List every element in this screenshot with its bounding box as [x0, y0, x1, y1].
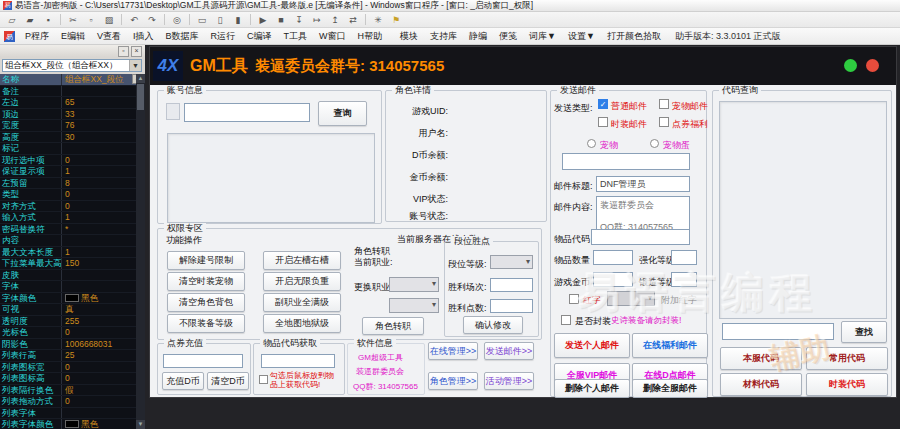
seal-checkbox[interactable]	[561, 315, 571, 325]
swap-icon[interactable]: ⇄	[345, 12, 361, 27]
split-window-icon[interactable]: ▯	[212, 12, 228, 27]
property-value[interactable]	[62, 235, 145, 246]
property-value[interactable]	[62, 281, 145, 292]
property-value[interactable]: 65	[62, 97, 145, 108]
property-row-17[interactable]: 皮肤	[0, 270, 145, 282]
recharge-dbi-button[interactable]: 充值D币	[162, 372, 204, 390]
red-word-select[interactable]	[607, 291, 655, 306]
menu-item-3[interactable]: I插入	[127, 28, 160, 45]
property-grid-scrollbar[interactable]: ▲ ▼	[136, 74, 145, 429]
cut-icon[interactable]: ✂	[65, 12, 81, 27]
property-value[interactable]: 30	[62, 132, 145, 143]
code-button-0[interactable]: 本服代码	[720, 347, 802, 370]
code-search-input[interactable]	[722, 323, 834, 340]
item-code-get-input[interactable]	[261, 354, 335, 368]
property-value[interactable]: 假	[62, 385, 145, 396]
close-icon[interactable]: ×	[131, 46, 142, 57]
recharge-input[interactable]	[163, 354, 243, 368]
account-input[interactable]	[184, 103, 310, 122]
manage-button-1[interactable]: 发送邮件>>	[484, 342, 534, 360]
code-find-button[interactable]: 查找	[841, 321, 887, 343]
func-button-4[interactable]: 清空角色背包	[167, 293, 245, 312]
code-list-box[interactable]	[719, 101, 887, 319]
property-row-29[interactable]: 列表字体	[0, 408, 145, 420]
run-icon[interactable]: ▶	[255, 12, 271, 27]
func-button-5[interactable]: 副职业全满级	[263, 293, 341, 312]
redo-icon[interactable]: ↷	[144, 12, 160, 27]
clear-dbi-button[interactable]: 清空D币	[207, 372, 249, 390]
func-button-6[interactable]: 不限装备等级	[167, 314, 245, 333]
property-value[interactable]	[62, 408, 145, 419]
code-button-1[interactable]: 常用代码	[806, 347, 888, 370]
property-value[interactable]: 真	[62, 304, 145, 315]
scrollbar-thumb[interactable]	[137, 84, 144, 110]
window-icon[interactable]: ▭	[194, 12, 210, 27]
save-icon[interactable]: ▪	[40, 12, 56, 27]
property-row-18[interactable]: 字体	[0, 281, 145, 293]
property-value[interactable]: 0	[62, 155, 145, 166]
property-value[interactable]	[62, 86, 145, 97]
mail-target-input[interactable]	[562, 153, 690, 170]
property-row-24[interactable]: 列表行高25	[0, 350, 145, 362]
enhance-input[interactable]	[671, 250, 697, 265]
property-grid[interactable]: 名称组合框XX_段位‥备注左边65顶边33宽度76高度30标记现行选中项0保证显…	[0, 74, 145, 429]
job-select-1[interactable]	[389, 277, 439, 292]
property-row-9[interactable]: 左预留8	[0, 178, 145, 190]
property-row-3[interactable]: 顶边33	[0, 109, 145, 121]
mail-type-checkbox-1[interactable]	[659, 99, 669, 109]
mail-button-1[interactable]: 在线福利邮件	[632, 333, 708, 358]
form-designer-icon[interactable]: ▮	[230, 12, 246, 27]
menu-extra-4[interactable]: 词库▼	[523, 28, 562, 45]
property-value[interactable]: 25	[62, 350, 145, 361]
scroll-down-icon[interactable]: ▼	[136, 420, 145, 429]
item-qty-input[interactable]	[593, 250, 633, 265]
property-row-19[interactable]: 字体颜色黑色	[0, 293, 145, 305]
func-button-7[interactable]: 全地图地狱级	[263, 314, 341, 333]
property-row-15[interactable]: 最大文本长度1	[0, 247, 145, 259]
property-row-0[interactable]: 名称组合框XX_段位‥	[0, 74, 145, 86]
points-input[interactable]	[490, 299, 533, 313]
property-row-7[interactable]: 现行选中项0	[0, 155, 145, 167]
mail-type-checkbox-3[interactable]	[659, 117, 669, 127]
property-value[interactable]: 76	[62, 120, 145, 131]
step-over-icon[interactable]: ↦	[309, 12, 325, 27]
menu-item-7[interactable]: T工具	[278, 28, 314, 45]
property-row-5[interactable]: 高度30	[0, 132, 145, 144]
property-value[interactable]: 150	[62, 258, 145, 269]
mail-type-checkbox-2[interactable]	[598, 117, 608, 127]
hand-icon[interactable]: ✳	[370, 12, 386, 27]
account-list-box[interactable]	[167, 133, 375, 223]
property-value[interactable]	[62, 143, 145, 154]
property-value[interactable]: 0	[62, 327, 145, 338]
menu-item-6[interactable]: C编译	[241, 28, 278, 45]
paste-icon[interactable]: ▨	[101, 12, 117, 27]
property-value[interactable]: *	[62, 224, 145, 235]
property-row-1[interactable]: 备注	[0, 86, 145, 98]
red-word-checkbox[interactable]	[569, 294, 579, 304]
hover-get-checkbox[interactable]	[259, 375, 268, 384]
menu-item-0[interactable]: P程序	[19, 28, 55, 45]
property-value[interactable]: 0	[62, 189, 145, 200]
mail-button-0[interactable]: 发送个人邮件	[554, 333, 630, 358]
menu-item-2[interactable]: V查看	[91, 28, 127, 45]
mail-button-5[interactable]: 删除全服邮件	[632, 379, 708, 398]
property-row-21[interactable]: 透明度255	[0, 316, 145, 328]
forge-input[interactable]	[671, 272, 697, 287]
step-into-icon[interactable]: ↧	[291, 12, 307, 27]
rank-level-select[interactable]	[490, 255, 533, 269]
property-value[interactable]: 1	[62, 166, 145, 177]
property-row-13[interactable]: 密码替换符*	[0, 224, 145, 236]
mail-title-input[interactable]: DNF管理员	[596, 176, 690, 192]
pet-egg-radio[interactable]	[650, 139, 659, 148]
property-row-30[interactable]: 列表字体颜色黑色	[0, 419, 145, 429]
property-row-26[interactable]: 列表图标高0	[0, 373, 145, 385]
green-dot-button[interactable]	[844, 59, 857, 72]
manage-button-0[interactable]: 在线管理>>	[428, 342, 478, 360]
menu-item-9[interactable]: H帮助	[352, 28, 389, 45]
property-row-22[interactable]: 光标色0	[0, 327, 145, 339]
new-file-icon[interactable]: ▱	[4, 12, 20, 27]
property-row-14[interactable]: 内容	[0, 235, 145, 247]
property-value[interactable]: 255	[62, 316, 145, 327]
property-row-6[interactable]: 标记	[0, 143, 145, 155]
func-button-3[interactable]: 开启无限负重	[263, 272, 341, 291]
